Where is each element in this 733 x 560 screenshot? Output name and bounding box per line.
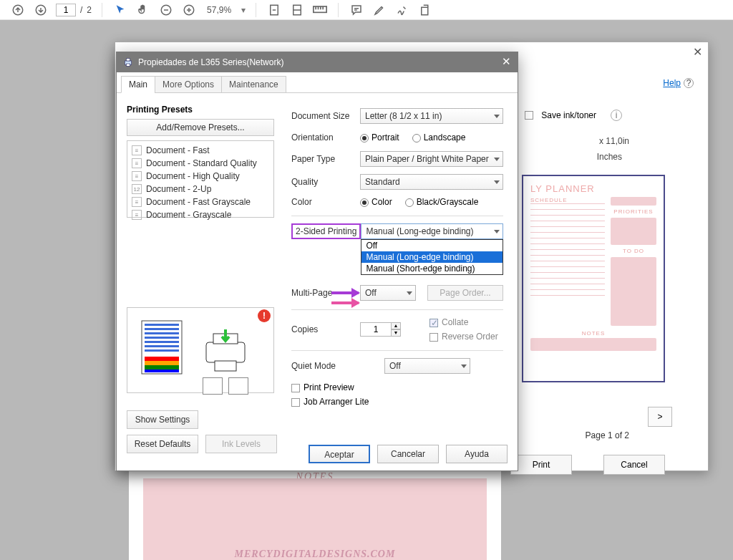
- cancel-button[interactable]: Cancel: [603, 455, 665, 475]
- preset-item[interactable]: ≡Document - Fast: [130, 144, 271, 157]
- help-icon: ?: [684, 78, 694, 88]
- fit-page-icon[interactable]: [266, 2, 282, 18]
- chevron-down-icon: [407, 291, 412, 295]
- page-input[interactable]: [56, 4, 76, 16]
- notes-block: [143, 478, 487, 560]
- quality-select[interactable]: Standard: [360, 174, 503, 190]
- two-sided-option-off[interactable]: Off: [361, 240, 503, 251]
- presets-list[interactable]: ≡Document - Fast ≡Document - Standard Qu…: [127, 140, 274, 218]
- two-sided-option-short[interactable]: Manual (Short-edge binding): [361, 263, 503, 274]
- printer-properties-dialog: Propiedades de L365 Series(Network) ✕ Ma…: [116, 52, 518, 471]
- collate-checkbox[interactable]: ✓Collate: [429, 317, 498, 327]
- close-icon[interactable]: ✕: [499, 55, 513, 69]
- ok-button[interactable]: Aceptar: [309, 445, 370, 463]
- preset-preview-illustration: !: [127, 307, 274, 393]
- svg-rect-16: [145, 341, 179, 343]
- job-arranger-checkbox[interactable]: Job Arranger Lite: [291, 397, 503, 407]
- next-page-button[interactable]: >: [648, 407, 672, 427]
- landscape-radio[interactable]: Landscape: [412, 132, 466, 143]
- hand-icon[interactable]: [135, 2, 151, 18]
- page-stack-icon: [228, 377, 248, 395]
- page-total: 2: [87, 5, 92, 15]
- two-sided-option-long[interactable]: Manual (Long-edge binding): [361, 251, 503, 263]
- annotation-arrow-pink: [331, 301, 359, 304]
- copies-label: Copies: [291, 324, 360, 334]
- document-size-label: Document Size: [291, 111, 360, 121]
- paper-type-label: Paper Type: [291, 154, 360, 164]
- page-indicator: Page 1 of 2: [586, 430, 629, 440]
- quiet-mode-label: Quiet Mode: [291, 361, 384, 371]
- paper-type-select[interactable]: Plain Paper / Bright White Paper: [360, 151, 503, 167]
- zoom-caret-icon[interactable]: ▾: [241, 5, 246, 15]
- watermark-text: MERCYDIGITALDESIGNS.COM: [129, 549, 501, 560]
- pointer-icon[interactable]: [112, 2, 128, 18]
- print-preview-checkbox[interactable]: Print Preview: [291, 382, 503, 392]
- preset-item[interactable]: 12Document - 2-Up: [130, 183, 271, 195]
- preset-item[interactable]: ≡Document - High Quality: [130, 170, 271, 183]
- chevron-down-icon: [494, 180, 500, 184]
- planner-schedule-label: SCHEDULE: [530, 197, 605, 203]
- two-sided-label: 2-Sided Printing: [291, 223, 361, 239]
- chevron-down-icon: [494, 115, 500, 118]
- svg-rect-12: [145, 324, 179, 326]
- ruler-icon[interactable]: [312, 2, 328, 18]
- planner-notes-label: NOTES: [530, 330, 656, 337]
- save-ink-checkbox[interactable]: Save ink/toneri: [525, 110, 622, 121]
- orientation-label: Orientation: [291, 132, 360, 143]
- spin-up-icon[interactable]: ▲: [391, 322, 401, 329]
- comment-icon[interactable]: [349, 2, 364, 18]
- doc-icon: ≡: [132, 210, 142, 220]
- doc-icon: ≡: [132, 171, 142, 181]
- arrow-up-circle-icon[interactable]: [10, 2, 26, 18]
- sign-icon[interactable]: [394, 2, 410, 18]
- svg-rect-17: [145, 345, 179, 347]
- tab-more-options[interactable]: More Options: [155, 76, 222, 93]
- arrow-down-circle-icon[interactable]: [33, 2, 49, 18]
- fit-width-icon[interactable]: [289, 2, 305, 18]
- svg-rect-23: [206, 342, 245, 362]
- tab-maintenance[interactable]: Maintenance: [221, 76, 286, 93]
- page-units: Inches: [597, 152, 622, 162]
- preset-item[interactable]: ≡Document - Standard Quality: [130, 157, 271, 170]
- page-counter: / 2: [56, 4, 92, 16]
- show-settings-button[interactable]: Show Settings: [127, 410, 198, 429]
- two-sided-select[interactable]: Manual (Long-edge binding) Off Manual (L…: [361, 223, 503, 239]
- copies-spinner[interactable]: ▲▼: [391, 322, 401, 337]
- multipage-select[interactable]: Off: [360, 285, 416, 301]
- preset-item[interactable]: ≡Document - Grayscale: [130, 208, 271, 221]
- chevron-down-icon: [494, 230, 500, 233]
- zoom-out-icon[interactable]: [158, 2, 174, 18]
- document-size-select[interactable]: Letter (8 1/2 x 11 in): [360, 108, 503, 124]
- two-sided-dropdown-list: Off Manual (Long-edge binding) Manual (S…: [361, 239, 503, 275]
- add-remove-presets-button[interactable]: Add/Remove Presets...: [127, 119, 274, 136]
- zoom-in-icon[interactable]: [181, 2, 197, 18]
- print-button[interactable]: Print: [510, 455, 572, 475]
- copies-input[interactable]: [360, 322, 392, 337]
- color-radio[interactable]: Color: [360, 197, 392, 207]
- cancel-button[interactable]: Cancelar: [377, 445, 439, 463]
- zoom-value[interactable]: 57,9%: [207, 5, 231, 15]
- svg-rect-25: [215, 361, 236, 371]
- rotate-icon[interactable]: [417, 2, 433, 18]
- settings-grid: Document Size Letter (8 1/2 x 11 in) Ori…: [291, 108, 503, 407]
- preset-item[interactable]: ≡Document - Fast Grayscale: [130, 195, 271, 208]
- svg-rect-10: [126, 64, 130, 66]
- page-dimensions: x 11,0in: [599, 136, 629, 146]
- spin-down-icon[interactable]: ▼: [391, 329, 401, 337]
- portrait-radio[interactable]: Portrait: [360, 132, 399, 143]
- svg-rect-9: [126, 59, 130, 61]
- info-icon[interactable]: i: [611, 110, 622, 121]
- close-icon[interactable]: ✕: [693, 45, 702, 59]
- quiet-mode-select[interactable]: Off: [384, 358, 470, 374]
- chevron-down-icon: [494, 158, 500, 161]
- document-area: NOTES MERCYDIGITALDESIGNS.COM ✕ Help? Sa…: [0, 20, 733, 560]
- help-link[interactable]: Help?: [663, 78, 694, 88]
- help-button[interactable]: Ayuda: [446, 445, 508, 463]
- document-page: NOTES MERCYDIGITALDESIGNS.COM: [129, 471, 501, 560]
- color-label: Color: [291, 197, 360, 207]
- reverse-order-checkbox[interactable]: Reverse Order: [429, 332, 498, 342]
- tab-main[interactable]: Main: [121, 76, 155, 93]
- highlight-icon[interactable]: [372, 2, 387, 18]
- doc-icon: ≡: [132, 145, 142, 155]
- grayscale-radio[interactable]: Black/Grayscale: [405, 197, 479, 207]
